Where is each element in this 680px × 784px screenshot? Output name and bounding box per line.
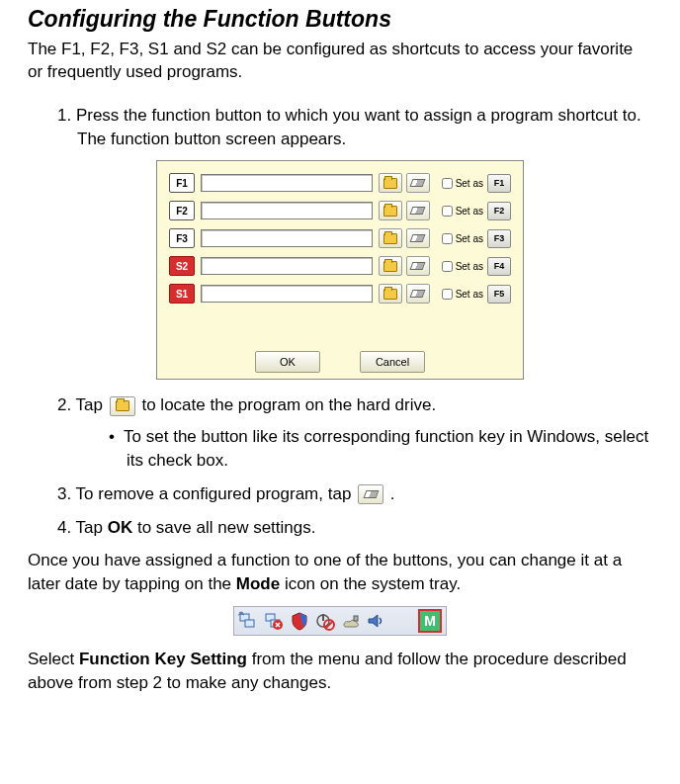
- mode-icon[interactable]: M: [418, 609, 442, 633]
- function-row: F1 Set as F1: [169, 171, 511, 195]
- set-as-group: Set as F4: [442, 257, 511, 276]
- step-2-post: to locate the program on the hard drive.: [141, 395, 436, 414]
- eraser-icon: [410, 290, 426, 298]
- keyboard-key-badge: F1: [487, 174, 511, 193]
- svg-rect-6: [322, 614, 324, 621]
- clear-button[interactable]: [406, 228, 430, 248]
- keyboard-key-badge: F2: [487, 202, 511, 220]
- folder-icon: [383, 178, 397, 189]
- program-path-input[interactable]: [201, 285, 373, 303]
- svg-rect-9: [354, 616, 358, 621]
- browse-button[interactable]: [379, 201, 402, 220]
- set-as-label: Set as: [456, 289, 483, 300]
- step-1: 1. Press the function button to which yo…: [57, 104, 652, 151]
- outro-1-post: icon on the system tray.: [285, 574, 461, 593]
- set-as-group: Set as F3: [442, 229, 511, 248]
- ok-button[interactable]: OK: [255, 351, 320, 373]
- folder-icon-inline: [110, 396, 135, 416]
- program-path-input[interactable]: [201, 174, 373, 192]
- network-icon: [238, 611, 258, 631]
- intro-text: The F1, F2, F3, S1 and S2 can be configu…: [28, 39, 652, 84]
- step-3-post: .: [390, 484, 395, 503]
- step-2: 2. Tap to locate the program on the hard…: [57, 393, 652, 472]
- outro-2-pre: Select: [28, 650, 79, 668]
- keyboard-key-badge: F4: [487, 257, 511, 276]
- keyboard-key-badge: F3: [487, 229, 511, 248]
- browse-button[interactable]: [379, 256, 402, 276]
- eraser-icon: [410, 207, 426, 215]
- step-2-bullet-text: To set the button like its corresponding…: [124, 427, 648, 470]
- eraser-icon: [410, 234, 426, 242]
- folder-icon: [383, 261, 397, 272]
- folder-icon: [116, 400, 129, 411]
- outro-1: Once you have assigned a function to one…: [28, 549, 652, 596]
- program-path-input[interactable]: [201, 202, 373, 219]
- eraser-icon-inline: [358, 484, 383, 504]
- svg-rect-1: [245, 620, 254, 627]
- dialog-buttons: OK Cancel: [157, 351, 523, 373]
- network-disconnected-icon: [264, 611, 284, 631]
- function-row: F2 Set as F2: [169, 199, 511, 222]
- keyboard-key-badge: F5: [487, 285, 511, 304]
- set-as-checkbox[interactable]: [442, 206, 453, 217]
- function-row: S1 Set as F5: [169, 282, 511, 305]
- cancel-button[interactable]: Cancel: [360, 351, 425, 373]
- program-path-input[interactable]: [201, 257, 373, 275]
- page-title: Configuring the Function Buttons: [28, 6, 652, 33]
- row-key-badge: F3: [169, 228, 195, 248]
- browse-button[interactable]: [379, 228, 402, 248]
- folder-icon: [383, 289, 397, 300]
- clear-button[interactable]: [406, 284, 430, 304]
- set-as-checkbox[interactable]: [442, 178, 453, 189]
- function-row: S2 Set as F4: [169, 254, 511, 278]
- set-as-group: Set as F1: [442, 174, 511, 193]
- set-as-checkbox[interactable]: [442, 261, 453, 272]
- step-4-pre: 4. Tap: [57, 518, 108, 537]
- set-as-label: Set as: [456, 261, 483, 272]
- browse-button[interactable]: [379, 173, 402, 193]
- shield-icon: [290, 611, 309, 631]
- function-row: F3 Set as F3: [169, 226, 511, 250]
- step-2-pre: 2. Tap: [57, 395, 108, 414]
- browse-button[interactable]: [379, 284, 402, 304]
- folder-icon: [383, 233, 397, 244]
- step-4-ok: OK: [108, 518, 133, 537]
- program-path-input[interactable]: [201, 229, 373, 247]
- row-key-badge: F1: [169, 173, 195, 193]
- set-as-group: Set as F5: [442, 285, 511, 304]
- folder-icon: [383, 206, 397, 217]
- step-4: 4. Tap OK to save all new settings.: [57, 516, 652, 540]
- eraser-icon: [410, 262, 426, 270]
- row-key-badge: S1: [169, 284, 195, 304]
- set-as-checkbox[interactable]: [442, 233, 453, 244]
- eraser-icon: [363, 490, 379, 498]
- clear-button[interactable]: [406, 201, 430, 220]
- set-as-label: Set as: [456, 178, 483, 189]
- set-as-label: Set as: [456, 233, 483, 244]
- step-3: 3. To remove a configured program, tap .: [57, 482, 652, 506]
- function-rows: F1 Set as F1 F2 Set as F2: [157, 161, 523, 305]
- row-key-badge: F2: [169, 201, 195, 220]
- step-2-bullet: • To set the button like its correspondi…: [109, 425, 652, 473]
- set-as-checkbox[interactable]: [442, 289, 453, 300]
- clear-button[interactable]: [406, 256, 430, 276]
- row-key-badge: S2: [169, 256, 195, 276]
- eraser-icon: [410, 179, 426, 187]
- clear-button[interactable]: [406, 173, 430, 193]
- step-3-pre: 3. To remove a configured program, tap: [57, 484, 356, 503]
- outro-2-bold: Function Key Setting: [79, 650, 247, 668]
- set-as-group: Set as F2: [442, 202, 511, 220]
- step-4-post: to save all new settings.: [137, 518, 315, 537]
- function-button-screen: F1 Set as F1 F2 Set as F2: [156, 160, 524, 380]
- power-denied-icon: [315, 611, 335, 631]
- volume-icon: [367, 611, 386, 631]
- usb-icon: [341, 611, 361, 631]
- outro-1-mode: Mode: [236, 574, 280, 593]
- system-tray: M: [233, 606, 447, 636]
- outro-2: Select Function Key Setting from the men…: [28, 648, 652, 695]
- set-as-label: Set as: [456, 206, 483, 217]
